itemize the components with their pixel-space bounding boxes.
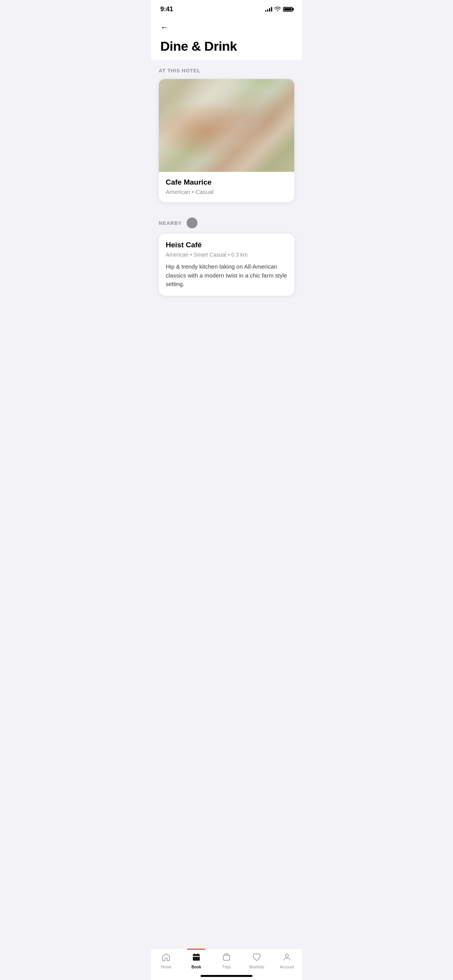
page-title: Dine & Drink xyxy=(160,39,293,54)
nearby-restaurant-meta: American • Smart Casual • 0.3 km xyxy=(166,252,287,258)
nearby-header: NEARBY xyxy=(159,210,294,234)
at-hotel-label: AT THIS HOTEL xyxy=(159,68,294,74)
restaurant-info: Cafe Maurice American • Casual xyxy=(159,172,294,202)
restaurant-image xyxy=(159,79,294,172)
nearby-restaurant-card[interactable]: Heist Café American • Smart Casual • 0.3… xyxy=(159,234,294,296)
nearby-section: NEARBY Heist Café American • Smart Casua… xyxy=(151,210,302,296)
signal-icon xyxy=(265,7,272,12)
restaurant-name: Cafe Maurice xyxy=(166,178,287,187)
status-bar: 9:41 xyxy=(151,0,302,16)
nearby-restaurant-name: Heist Café xyxy=(166,241,287,249)
battery-icon xyxy=(283,7,293,12)
header: ← Dine & Drink xyxy=(151,16,302,60)
nearby-label: NEARBY xyxy=(159,220,182,226)
status-icons xyxy=(265,7,293,12)
back-button[interactable]: ← xyxy=(160,21,169,34)
hotel-restaurant-card[interactable]: Cafe Maurice American • Casual xyxy=(159,79,294,202)
at-hotel-section: AT THIS HOTEL Cafe Maurice American • Ca… xyxy=(151,60,302,202)
wifi-icon xyxy=(275,7,281,12)
nearby-restaurant-description: Hip & trendy kitchen taking on All-Ameri… xyxy=(166,262,287,289)
status-time: 9:41 xyxy=(160,5,173,13)
restaurant-subtitle: American • Casual xyxy=(166,188,287,195)
nearby-dot-indicator xyxy=(187,218,197,228)
back-arrow-icon: ← xyxy=(160,22,169,33)
